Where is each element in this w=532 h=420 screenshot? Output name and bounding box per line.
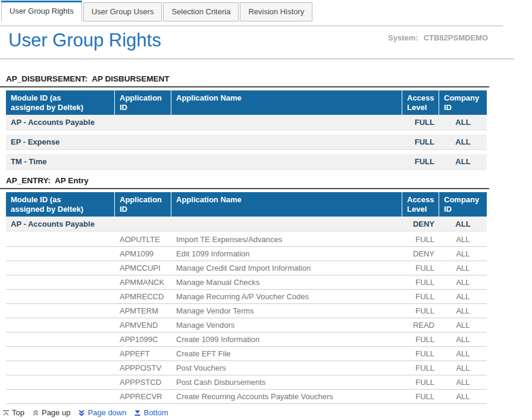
access-level-cell: DENY [402, 217, 439, 231]
module-cell: TM - Time [6, 154, 402, 169]
page-down-link[interactable]: Page down [78, 408, 126, 417]
access-level-cell: FULL [402, 115, 439, 130]
table-row: AOPUTLTE Import TE Expenses/Advances FUL… [6, 233, 487, 247]
scroll-top-link[interactable]: Top [2, 408, 24, 417]
section-underline [0, 86, 489, 87]
company-id-cell: ALL [439, 333, 487, 346]
access-level-cell: READ [402, 318, 439, 332]
column-header-application-name: Application Name [171, 192, 402, 217]
application-id-cell: AOPUTLTE [115, 233, 171, 246]
company-id-cell: ALL [439, 233, 487, 246]
table-row: APPPOSTV Post Vouchers FULL ALL [6, 361, 487, 375]
column-header-company-id: Company ID [439, 192, 487, 217]
table-row: APMVEND Manage Vendors READ ALL [6, 318, 487, 333]
page-header: User Group Rights System:CTB82PSMDEMO [0, 26, 532, 51]
page-up-link[interactable]: Page up [32, 408, 70, 417]
system-value: CTB82PSMDEMO [424, 33, 488, 42]
application-name-cell: Post Vouchers [171, 361, 402, 375]
table-row: APP1099C Create 1099 Information FULL AL… [6, 333, 487, 347]
section-label-ap-entry: AP_ENTRY: AP Entry [6, 176, 532, 185]
company-id-cell: ALL [439, 361, 487, 375]
table-row: APPEFT Create EFT File FULL ALL [6, 347, 487, 361]
column-header-access-level: Access Level [402, 192, 439, 217]
application-id-cell: APPPOSTV [115, 361, 171, 375]
table-row: APMTERM Manage Vendor Terms FULL ALL [6, 304, 487, 318]
column-header-access-level: Access Level [402, 90, 439, 115]
application-name-cell: Create 1099 Information [171, 333, 402, 346]
access-level-cell: DENY [402, 247, 439, 261]
tab-user-group-users[interactable]: User Group Users [83, 2, 162, 21]
page-title: User Group Rights [8, 30, 161, 51]
application-id-cell: APPEFT [115, 347, 171, 361]
column-header-application-name: Application Name [171, 90, 402, 115]
application-name-cell: Edit 1099 Information [171, 247, 402, 261]
module-cell: AP - Accounts Payable [6, 217, 402, 231]
table-row: EP - Expense FULL ALL [6, 134, 487, 150]
access-level-cell: FULL [402, 390, 439, 403]
page-down-icon [78, 409, 85, 416]
application-id-cell: APM1099 [115, 247, 171, 261]
application-id-cell: APMMANCK [115, 275, 171, 289]
access-level-cell: FULL [402, 290, 439, 303]
tab-revision-history[interactable]: Revision History [240, 2, 312, 21]
table-header-row: Module ID (as assigned by Deltek) Applic… [6, 90, 487, 115]
column-header-company-id: Company ID [439, 90, 487, 115]
access-level-cell: FULL [402, 375, 439, 389]
application-name-cell: Create Recurring Accounts Payable Vouche… [171, 390, 402, 403]
company-id-cell: ALL [439, 247, 487, 261]
table-row: APMMANCK Manage Manual Checks FULL ALL [6, 275, 487, 290]
application-id-cell: APP1099C [115, 333, 171, 346]
access-level-cell: FULL [402, 361, 439, 375]
company-id-cell: ALL [439, 134, 487, 149]
tab-user-group-rights[interactable]: User Group Rights [1, 1, 82, 21]
access-level-cell: FULL [402, 333, 439, 346]
company-id-cell: ALL [439, 347, 487, 361]
company-id-cell: ALL [439, 217, 487, 231]
company-id-cell: ALL [439, 304, 487, 318]
scroll-bottom-icon [134, 409, 141, 416]
application-name-cell: Manage Credit Card Import Information [171, 261, 402, 275]
access-level-cell: FULL [402, 233, 439, 246]
table-row: APMRECCD Manage Recurring A/P Voucher Co… [6, 290, 487, 304]
application-name-cell: Manage Vendors [171, 318, 402, 332]
access-level-cell: FULL [402, 154, 439, 169]
application-id-cell: APMCCUPI [115, 261, 171, 275]
company-id-cell: ALL [439, 261, 487, 275]
scroll-top-icon [2, 409, 10, 416]
rights-table-ap-entry: Module ID (as assigned by Deltek) Applic… [6, 192, 487, 404]
application-name-cell: Post Cash Disbursements [171, 375, 402, 389]
column-header-module-id: Module ID (as assigned by Deltek) [6, 90, 115, 115]
company-id-cell: ALL [439, 318, 487, 332]
table-row: APPRECVR Create Recurring Accounts Payab… [6, 390, 487, 404]
application-id-cell: APMRECCD [115, 290, 171, 303]
tab-strip: User Group Rights User Group Users Selec… [0, 0, 532, 21]
application-name-cell: Manage Vendor Terms [171, 304, 402, 318]
company-id-cell: ALL [439, 290, 487, 303]
column-header-application-id: Application ID [115, 192, 171, 217]
access-level-cell: FULL [402, 261, 439, 275]
section-label-ap-disbursement: AP_DISBURSEMENT: AP DISBURSEMENT [6, 74, 532, 83]
company-id-cell: ALL [439, 390, 487, 403]
access-level-cell: FULL [402, 275, 439, 289]
table-row: TM - Time FULL ALL [6, 154, 487, 170]
system-indicator: System:CTB82PSMDEMO [388, 33, 488, 51]
scroll-bottom-link[interactable]: Bottom [134, 408, 168, 417]
access-level-cell: FULL [402, 347, 439, 361]
module-cell: EP - Expense [6, 134, 402, 149]
rights-table-ap-disbursement: Module ID (as assigned by Deltek) Applic… [6, 90, 487, 170]
application-id-cell: APMTERM [115, 304, 171, 318]
tab-selection-criteria[interactable]: Selection Criteria [163, 2, 239, 21]
table-row: AP - Accounts Payable DENY ALL [6, 217, 487, 231]
application-name-cell: Create EFT File [171, 347, 402, 361]
scroll-nav-bar: Top Page up Page down Bottom [2, 408, 532, 417]
company-id-cell: ALL [439, 115, 487, 130]
table-row: APMCCUPI Manage Credit Card Import Infor… [6, 261, 487, 275]
access-level-cell: FULL [402, 304, 439, 318]
table-row: AP - Accounts Payable FULL ALL [6, 115, 487, 130]
column-header-module-id: Module ID (as assigned by Deltek) [6, 192, 115, 217]
header-divider [0, 58, 514, 59]
table-row: APPPSTCD Post Cash Disbursements FULL AL… [6, 375, 487, 390]
access-level-cell: FULL [402, 134, 439, 149]
application-name-cell: Manage Manual Checks [171, 275, 402, 289]
application-id-cell: APMVEND [115, 318, 171, 332]
